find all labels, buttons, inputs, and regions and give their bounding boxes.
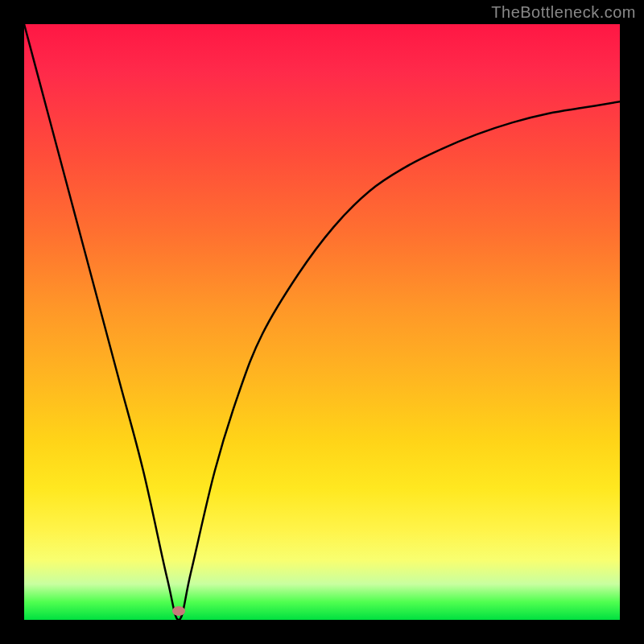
bottleneck-curve [24, 24, 620, 620]
chart-frame: TheBottleneck.com [0, 0, 644, 644]
trough-marker [172, 606, 185, 616]
plot-area [24, 24, 620, 620]
attribution-label: TheBottleneck.com [491, 3, 636, 22]
